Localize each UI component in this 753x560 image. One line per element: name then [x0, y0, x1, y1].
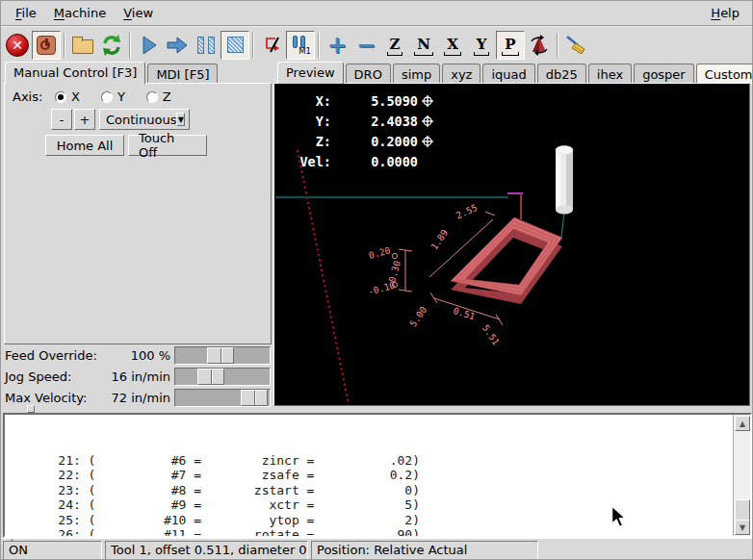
reload-file-button[interactable] [97, 31, 126, 60]
right-tab[interactable]: xyz [442, 64, 480, 84]
zoom-out-icon: − [356, 34, 376, 57]
slider-trough[interactable] [174, 389, 271, 407]
statusbar: ON Tool 1, offset 0.511, diameter 0.125 … [1, 538, 753, 560]
dro-y-value: 2.4038 [371, 114, 418, 129]
machine-power-button[interactable] [32, 31, 61, 60]
view-z-button[interactable]: Z [380, 31, 409, 60]
view-perspective-button[interactable]: P [496, 31, 525, 60]
slider-trough[interactable] [174, 346, 271, 365]
menu-item[interactable]: Machine [45, 3, 115, 23]
rotate-view-button[interactable] [525, 31, 554, 60]
stop-button[interactable] [221, 31, 249, 60]
home-all-button[interactable]: Home All [45, 135, 124, 156]
tool-cylinder [556, 146, 573, 239]
right-tab[interactable]: gosper [634, 64, 694, 84]
m1-icon: M1 [290, 35, 311, 56]
dro-readout: X: 5.5090 Y: 2.4038 Z: 0.2000 Vel: 0.000… [299, 93, 433, 169]
toolbar: ✕ [1, 29, 753, 61]
open-file-button[interactable] [68, 31, 97, 60]
tool-info-field: Tool 1, offset 0.511, diameter 0.125 [105, 541, 308, 560]
zoom-in-button[interactable]: + [323, 31, 351, 60]
slider-row: Jog Speed: 16 in/min [1, 367, 273, 388]
axis-z-label: Z [163, 89, 171, 104]
view-x-button[interactable]: X [438, 31, 467, 60]
axis-window: FileMachineView Help ✕ [0, 0, 753, 560]
axis-label: Axis: [13, 89, 42, 104]
pause-button[interactable] [192, 31, 221, 60]
run-button[interactable] [134, 31, 163, 60]
axis-y-label: Y [117, 89, 125, 104]
gcode-line[interactable]: 22: ( #7 = zsafe = 0.2) [28, 468, 731, 483]
right-tab[interactable]: Preview [277, 62, 344, 84]
gcode-listing[interactable]: 21: ( #6 = zincr = .02) 22: ( #7 = zsafe… [3, 413, 752, 538]
estop-icon: ✕ [6, 34, 29, 57]
run-icon [138, 35, 159, 56]
jog-minus-button[interactable]: - [51, 109, 72, 130]
homed-icon [422, 136, 433, 147]
toolbar-separator [252, 33, 254, 58]
touch-off-button[interactable]: Touch Off [128, 135, 207, 156]
axis-x-label: X [71, 89, 80, 104]
jog-mode-dropdown[interactable]: Continuous ▼ [99, 109, 190, 130]
dro-vel-value: 0.0000 [371, 154, 418, 169]
scroll-up-icon[interactable]: ▲ [735, 416, 750, 431]
menubar: FileMachineView Help [1, 1, 753, 27]
mouse-cursor [610, 505, 626, 528]
axis-z-radio[interactable] [146, 91, 158, 103]
dro-vel-label: Vel: [299, 154, 331, 169]
right-tab[interactable]: ihex [588, 64, 632, 84]
right-tab[interactable]: db25 [537, 64, 586, 84]
preview-canvas[interactable]: 2.55 1.89 0.20 0.30 -0.10 0.51 5.00 5.51 [275, 85, 748, 404]
slider-handle[interactable] [241, 390, 268, 406]
jog-plus-button[interactable]: + [74, 109, 95, 130]
menu-item[interactable]: View [115, 3, 162, 23]
skip-lines-button[interactable] [257, 31, 286, 60]
reload-icon [100, 34, 123, 57]
view-x-icon: X [447, 38, 458, 52]
svg-text:0.30: 0.30 [386, 259, 402, 283]
stop-icon [227, 37, 244, 53]
gcode-line[interactable]: 23: ( #8 = zstart = 0) [28, 483, 731, 498]
view-z-icon: Z [390, 38, 401, 52]
estop-button[interactable]: ✕ [3, 31, 32, 60]
left-tab[interactable]: MDI [F5] [147, 64, 218, 84]
gcode-line[interactable]: 21: ( #6 = zincr = .02) [28, 453, 731, 469]
step-button[interactable] [163, 31, 192, 60]
machine-state-field: ON [3, 541, 102, 560]
homed-icon [422, 95, 433, 107]
svg-text:2.55: 2.55 [454, 202, 479, 221]
toolbar-separator [64, 33, 65, 58]
right-tab[interactable]: DRO [346, 64, 391, 84]
slider-row: Max Velocity: 72 in/min [1, 388, 273, 409]
view-z2-button[interactable]: N [409, 31, 438, 60]
right-tab[interactable]: iquad [482, 64, 534, 84]
left-tab[interactable]: Manual Control [F3] [5, 62, 145, 84]
homed-icon [422, 115, 433, 127]
clear-plot-button[interactable] [561, 31, 590, 60]
toolbar-separator [318, 33, 320, 58]
scroll-down-icon[interactable]: ▼ [735, 520, 750, 535]
right-tab[interactable]: simp [393, 64, 440, 84]
view-y-button[interactable]: Y [467, 31, 496, 60]
slider-handle[interactable] [207, 347, 234, 364]
pane-sash-grip[interactable] [27, 405, 35, 413]
slider-value: 100 % [131, 348, 170, 363]
gcode-scrollbar[interactable]: ▲ ▼ [733, 415, 750, 536]
svg-text:5.00: 5.00 [407, 304, 428, 328]
right-tab[interactable]: Custom [696, 64, 753, 84]
axis-x-radio[interactable] [55, 91, 66, 103]
gcode-line[interactable]: 26: ( #11 = rotate = 90) [28, 527, 731, 538]
broom-icon [563, 34, 588, 57]
toolbar-separator [129, 33, 131, 58]
open-folder-icon [72, 39, 93, 54]
slider-trough[interactable] [174, 368, 271, 386]
svg-text:-0.10: -0.10 [367, 280, 397, 297]
optional-pause-button[interactable]: M1 [286, 31, 315, 60]
menu-item-help[interactable]: Help [702, 3, 748, 23]
slider-handle[interactable] [197, 369, 224, 385]
machine-limit-line [298, 150, 349, 404]
menu-item[interactable]: File [7, 3, 45, 23]
axis-y-radio[interactable] [101, 91, 113, 103]
zoom-out-button[interactable]: − [351, 31, 380, 60]
svg-text:1.89: 1.89 [428, 227, 450, 251]
